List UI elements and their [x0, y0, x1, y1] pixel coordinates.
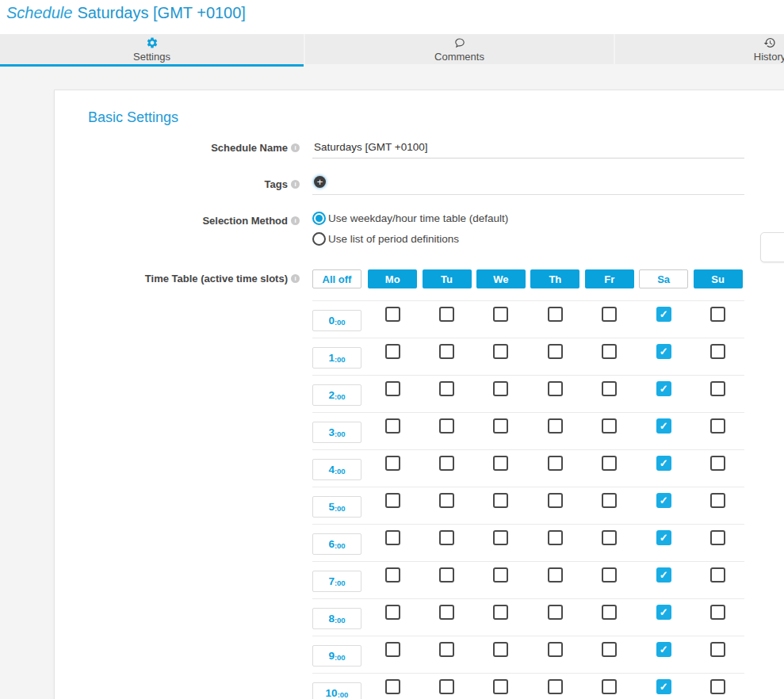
- timeslot-checkbox-we-3-00[interactable]: [493, 418, 508, 434]
- timeslot-checkbox-fr-5-00[interactable]: [602, 493, 617, 508]
- timeslot-checkbox-th-0-00[interactable]: [548, 307, 563, 322]
- timeslot-checkbox-we-2-00[interactable]: [493, 381, 508, 396]
- tab-history[interactable]: History: [615, 34, 784, 67]
- timeslot-checkbox-tu-2-00[interactable]: [439, 381, 454, 396]
- timeslot-checkbox-fr-3-00[interactable]: [602, 418, 617, 434]
- timeslot-checkbox-su-8-00[interactable]: [710, 605, 725, 620]
- timeslot-checkbox-tu-7-00[interactable]: [439, 567, 454, 582]
- day-toggle-fr[interactable]: Fr: [585, 269, 634, 288]
- timeslot-checkbox-mo-7-00[interactable]: [385, 567, 400, 582]
- day-toggle-tu[interactable]: Tu: [423, 269, 472, 288]
- timeslot-checkbox-we-7-00[interactable]: [493, 567, 508, 582]
- timeslot-checkbox-fr-7-00[interactable]: [602, 567, 617, 582]
- timeslot-checkbox-we-8-00[interactable]: [493, 605, 508, 620]
- timeslot-checkbox-sa-7-00[interactable]: [656, 567, 671, 582]
- timeslot-checkbox-su-2-00[interactable]: [710, 381, 725, 396]
- timeslot-checkbox-mo-4-00[interactable]: [385, 456, 400, 471]
- radio-option-period-definitions[interactable]: Use list of period definitions: [312, 232, 744, 246]
- timeslot-checkbox-fr-9-00[interactable]: [602, 642, 617, 657]
- tags-info-icon[interactable]: [291, 180, 300, 189]
- timeslot-checkbox-su-0-00[interactable]: [710, 307, 725, 322]
- day-toggle-we[interactable]: We: [476, 269, 526, 288]
- hour-toggle-2-00[interactable]: 2:00: [312, 384, 361, 406]
- timeslot-checkbox-we-10-00[interactable]: [493, 679, 508, 694]
- timeslot-checkbox-sa-6-00[interactable]: [656, 530, 671, 545]
- timeslot-checkbox-tu-4-00[interactable]: [439, 456, 454, 471]
- timeslot-checkbox-tu-8-00[interactable]: [439, 605, 454, 620]
- timeslot-checkbox-mo-6-00[interactable]: [385, 530, 400, 545]
- timeslot-checkbox-we-4-00[interactable]: [493, 456, 508, 471]
- timeslot-checkbox-su-4-00[interactable]: [710, 456, 725, 471]
- plus-circle-icon[interactable]: [314, 176, 326, 188]
- timeslot-checkbox-sa-5-00[interactable]: [656, 493, 671, 508]
- timeslot-checkbox-su-1-00[interactable]: [710, 344, 725, 359]
- timeslot-checkbox-th-7-00[interactable]: [548, 567, 563, 582]
- timeslot-checkbox-th-2-00[interactable]: [548, 381, 563, 396]
- timeslot-checkbox-we-1-00[interactable]: [493, 344, 508, 359]
- day-toggle-sa[interactable]: Sa: [639, 269, 688, 288]
- timeslot-checkbox-su-5-00[interactable]: [710, 493, 725, 508]
- timeslot-checkbox-fr-0-00[interactable]: [602, 307, 617, 322]
- timeslot-checkbox-mo-0-00[interactable]: [385, 307, 400, 322]
- timeslot-checkbox-sa-9-00[interactable]: [656, 642, 671, 657]
- timeslot-checkbox-th-8-00[interactable]: [548, 605, 563, 620]
- timeslot-checkbox-sa-3-00[interactable]: [656, 418, 671, 434]
- schedule-name-info-icon[interactable]: [291, 143, 300, 152]
- timeslot-checkbox-su-10-00[interactable]: [710, 679, 725, 694]
- timeslot-checkbox-sa-10-00[interactable]: [656, 679, 671, 694]
- timeslot-checkbox-tu-6-00[interactable]: [439, 530, 454, 545]
- timeslot-checkbox-mo-3-00[interactable]: [385, 418, 400, 434]
- timeslot-checkbox-th-6-00[interactable]: [548, 530, 563, 545]
- timeslot-checkbox-su-6-00[interactable]: [710, 530, 725, 545]
- timeslot-checkbox-th-9-00[interactable]: [548, 642, 563, 657]
- timeslot-checkbox-fr-2-00[interactable]: [602, 381, 617, 396]
- timeslot-checkbox-tu-1-00[interactable]: [439, 344, 454, 359]
- timeslot-checkbox-tu-0-00[interactable]: [439, 307, 454, 322]
- hour-toggle-4-00[interactable]: 4:00: [312, 459, 361, 480]
- hour-toggle-5-00[interactable]: 5:00: [312, 496, 361, 518]
- timeslot-checkbox-th-10-00[interactable]: [548, 679, 563, 694]
- timeslot-checkbox-we-5-00[interactable]: [493, 493, 508, 508]
- hour-toggle-10-00[interactable]: 10:00: [312, 682, 361, 699]
- timeslot-checkbox-th-4-00[interactable]: [548, 456, 563, 471]
- timeslot-checkbox-th-1-00[interactable]: [548, 344, 563, 359]
- timeslot-checkbox-tu-5-00[interactable]: [439, 493, 454, 508]
- hour-toggle-0-00[interactable]: 0:00: [312, 310, 361, 331]
- timeslot-checkbox-sa-1-00[interactable]: [656, 344, 671, 359]
- timeslot-checkbox-we-9-00[interactable]: [493, 642, 508, 657]
- radio-option-weekday-time-table[interactable]: Use weekday/hour time table (default): [312, 212, 744, 225]
- hour-toggle-3-00[interactable]: 3:00: [312, 422, 361, 443]
- timeslot-checkbox-fr-1-00[interactable]: [602, 344, 617, 359]
- timeslot-checkbox-fr-8-00[interactable]: [602, 605, 617, 620]
- timeslot-checkbox-sa-8-00[interactable]: [656, 605, 671, 620]
- timeslot-checkbox-fr-10-00[interactable]: [602, 679, 617, 694]
- timeslot-checkbox-tu-3-00[interactable]: [439, 418, 454, 434]
- tab-settings[interactable]: Settings: [0, 34, 304, 67]
- timeslot-checkbox-tu-9-00[interactable]: [439, 642, 454, 657]
- timeslot-checkbox-su-9-00[interactable]: [710, 642, 725, 657]
- hour-toggle-6-00[interactable]: 6:00: [312, 533, 361, 555]
- timeslot-checkbox-tu-10-00[interactable]: [439, 679, 454, 694]
- timeslot-checkbox-sa-0-00[interactable]: [656, 307, 671, 322]
- hour-toggle-8-00[interactable]: 8:00: [312, 608, 361, 629]
- hour-toggle-1-00[interactable]: 1:00: [312, 347, 361, 369]
- timeslot-checkbox-fr-6-00[interactable]: [602, 530, 617, 545]
- timeslot-checkbox-mo-5-00[interactable]: [385, 493, 400, 508]
- timeslot-checkbox-fr-4-00[interactable]: [602, 456, 617, 471]
- timeslot-checkbox-th-3-00[interactable]: [548, 418, 563, 434]
- timeslot-checkbox-su-3-00[interactable]: [710, 418, 725, 434]
- tab-comments[interactable]: Comments: [305, 34, 614, 67]
- timeslot-checkbox-mo-2-00[interactable]: [385, 381, 400, 396]
- timeslot-checkbox-mo-8-00[interactable]: [385, 605, 400, 620]
- all-off-button[interactable]: All off: [312, 269, 361, 288]
- timeslot-checkbox-su-7-00[interactable]: [710, 567, 725, 582]
- timeslot-checkbox-we-0-00[interactable]: [493, 307, 508, 322]
- tags-input[interactable]: [312, 175, 744, 195]
- day-toggle-su[interactable]: Su: [694, 269, 743, 288]
- day-toggle-mo[interactable]: Mo: [368, 269, 417, 288]
- side-panel-handle[interactable]: [760, 232, 784, 262]
- timeslot-checkbox-sa-4-00[interactable]: [656, 456, 671, 471]
- timeslot-checkbox-mo-9-00[interactable]: [385, 642, 400, 657]
- timeslot-checkbox-sa-2-00[interactable]: [656, 381, 671, 396]
- schedule-name-input[interactable]: Saturdays [GMT +0100]: [312, 139, 744, 159]
